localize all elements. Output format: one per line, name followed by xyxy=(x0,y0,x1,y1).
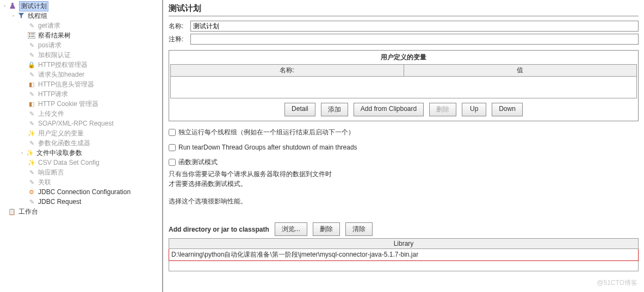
detail-button[interactable]: Detail xyxy=(284,103,315,116)
flask-icon xyxy=(8,2,17,10)
tree-toggle-icon[interactable]: ◦ xyxy=(2,4,7,9)
tree-node-item[interactable]: 🔒HTTP授权管理器 xyxy=(0,60,162,70)
tree-item-label[interactable]: 加权限认证 xyxy=(38,51,71,60)
tree-item-label[interactable]: 文件中读取参数 xyxy=(36,148,82,158)
clipboard-icon: 📋 xyxy=(8,207,16,216)
pencil-icon: ✎ xyxy=(27,168,36,177)
tree-node-item[interactable]: ✎加权限认证 xyxy=(0,50,162,60)
comment-label: 注释: xyxy=(169,35,190,44)
classpath-label: Add directory or jar to classpath xyxy=(169,226,269,233)
tree-node-item[interactable]: ✎get请求 xyxy=(0,21,162,30)
serialize-checkbox[interactable] xyxy=(169,129,176,136)
up-button[interactable]: Up xyxy=(462,103,486,116)
delete-button[interactable]: 删除 xyxy=(429,103,456,116)
pencil-icon: ✎ xyxy=(27,197,36,206)
pencil-icon: ✎ xyxy=(27,90,36,98)
tree-toggle-icon[interactable]: ◦ xyxy=(11,14,16,18)
tree-node-item[interactable]: ✎上传文件 xyxy=(0,109,162,119)
wand-icon: ✨ xyxy=(27,129,36,138)
svg-rect-0 xyxy=(28,33,35,39)
clear-button[interactable]: 清除 xyxy=(345,222,373,236)
tree-item-label[interactable]: 察看结果树 xyxy=(38,31,71,40)
functional-checkbox[interactable] xyxy=(169,159,176,166)
tree-node-item[interactable]: ⚙JDBC Connection Configuration xyxy=(0,187,162,197)
tree-item-label[interactable]: 参数化函数生成器 xyxy=(38,139,90,148)
header-icon: ◧ xyxy=(27,80,36,89)
pencil-icon: ✎ xyxy=(27,51,36,59)
tree-item-label[interactable]: HTTP授权管理器 xyxy=(38,60,88,70)
tree-panel: ◦ 测试计划 ◦ 线程组 ✎get请求 察看结果树 ✎pos请求 ✎加权限认证 … xyxy=(0,0,163,292)
tree-item-label[interactable]: SOAP/XML-RPC Request xyxy=(38,120,114,127)
vars-table-body[interactable] xyxy=(170,77,637,98)
teardown-checkbox[interactable] xyxy=(169,144,176,151)
tree-item-label[interactable]: 用户定义的变量 xyxy=(38,129,84,138)
add-clipboard-button[interactable]: Add from Clipboard xyxy=(354,103,424,116)
result-tree-icon xyxy=(27,31,36,40)
funnel-icon xyxy=(17,11,26,20)
pencil-icon: ✎ xyxy=(27,41,36,49)
tree-threadgroup-label[interactable]: 线程组 xyxy=(28,11,47,21)
lib-empty-cell[interactable] xyxy=(169,261,639,271)
tree-item-label[interactable]: JDBC Connection Configuration xyxy=(38,188,131,196)
tree-node-item[interactable]: ✎JDBC Request xyxy=(0,197,162,207)
lib-header[interactable]: Library xyxy=(169,239,639,249)
classpath-delete-button[interactable]: 删除 xyxy=(313,222,340,236)
down-button[interactable]: Down xyxy=(492,103,523,116)
main-panel: 测试计划 名称: 注释: 用户定义的变量 名称: 值 Detail 添加 Add… xyxy=(163,0,644,292)
tree-item-label[interactable]: get请求 xyxy=(38,21,60,30)
vars-section-title: 用户定义的变量 xyxy=(169,51,638,64)
tree-node-item[interactable]: ✎SOAP/XML-RPC Request xyxy=(0,119,162,128)
tree-toggle-icon[interactable]: ◦ xyxy=(20,151,24,156)
tree-node-item[interactable]: ✎响应断言 xyxy=(0,167,162,177)
serialize-label: 独立运行每个线程组（例如在一个组运行结束后启动下一个） xyxy=(178,128,355,137)
tree-node-item[interactable]: ✨CSV Data Set Config xyxy=(0,158,162,167)
tree-item-label[interactable]: 请求头加header xyxy=(38,70,84,79)
tree-item-label[interactable]: 上传文件 xyxy=(38,109,64,119)
pencil-icon: ✎ xyxy=(27,139,36,147)
classpath-row: Add directory or jar to classpath 浏览... … xyxy=(169,222,639,236)
browse-button[interactable]: 浏览... xyxy=(275,222,307,236)
tree-node-item[interactable]: ✎pos请求 xyxy=(0,40,162,50)
tree-workbench-label[interactable]: 工作台 xyxy=(18,207,38,216)
tree-item-label[interactable]: 响应断言 xyxy=(38,168,64,177)
vars-table: 名称: 值 xyxy=(170,64,637,77)
vars-button-row: Detail 添加 Add from Clipboard 删除 Up Down xyxy=(169,103,638,116)
name-row: 名称: xyxy=(169,21,639,32)
add-button[interactable]: 添加 xyxy=(321,103,348,116)
tree-item-label[interactable]: pos请求 xyxy=(38,41,61,50)
tree-node-item[interactable]: ✎参数化函数生成器 xyxy=(0,138,162,148)
vars-col-name[interactable]: 名称: xyxy=(171,65,404,77)
pencil-icon: ✎ xyxy=(27,109,36,118)
tree-node-workbench[interactable]: 📋 工作台 xyxy=(0,207,162,216)
tree-node-item[interactable]: ◧HTTP信息头管理器 xyxy=(0,79,162,89)
svg-point-2 xyxy=(29,35,30,37)
tree-node-item[interactable]: ✎请求头加header xyxy=(0,70,162,79)
tree-item-label[interactable]: CSV Data Set Config xyxy=(38,159,100,166)
name-input[interactable] xyxy=(190,21,639,32)
tree-node-item[interactable]: ✎关联 xyxy=(0,177,162,187)
tree-node-item[interactable]: ◦✨文件中读取参数 xyxy=(0,148,162,158)
tree-node-item[interactable]: ◧HTTP Cookie 管理器 xyxy=(0,99,162,109)
tree-node-item[interactable]: ✎HTTP请求 xyxy=(0,89,162,99)
info-line3: 选择这个选项很影响性能。 xyxy=(169,196,639,206)
tree-node-root[interactable]: ◦ 测试计划 xyxy=(0,1,162,11)
svg-rect-3 xyxy=(31,34,34,35)
pencil-icon: ✎ xyxy=(27,119,36,128)
comment-input[interactable] xyxy=(190,34,639,45)
tree-node-item[interactable]: 察看结果树 xyxy=(0,30,162,40)
tree-root-label[interactable]: 测试计划 xyxy=(19,1,48,11)
svg-rect-4 xyxy=(31,36,34,37)
tree-node-threadgroup[interactable]: ◦ 线程组 xyxy=(0,11,162,21)
teardown-label: Run tearDown Thread Groups after shutdow… xyxy=(178,144,357,151)
tree-item-label[interactable]: JDBC Request xyxy=(38,198,81,206)
tree-item-label[interactable]: HTTP Cookie 管理器 xyxy=(38,100,98,109)
serialize-checkbox-row: 独立运行每个线程组（例如在一个组运行结束后启动下一个） xyxy=(169,128,639,137)
lib-path-cell[interactable]: D:\learning\python自动化课前准备\第一阶段\jmeter\my… xyxy=(169,249,639,261)
tree-node-item[interactable]: ✨用户定义的变量 xyxy=(0,128,162,138)
info-line1: 只有当你需要记录每个请求从服务器取得的数据到文件时 xyxy=(169,169,639,179)
vars-col-value[interactable]: 值 xyxy=(404,65,637,77)
tree-item-label[interactable]: 关联 xyxy=(38,178,51,187)
tree-item-label[interactable]: HTTP请求 xyxy=(38,90,68,99)
tree-item-label[interactable]: HTTP信息头管理器 xyxy=(38,80,94,89)
pencil-icon: ✎ xyxy=(27,70,36,79)
